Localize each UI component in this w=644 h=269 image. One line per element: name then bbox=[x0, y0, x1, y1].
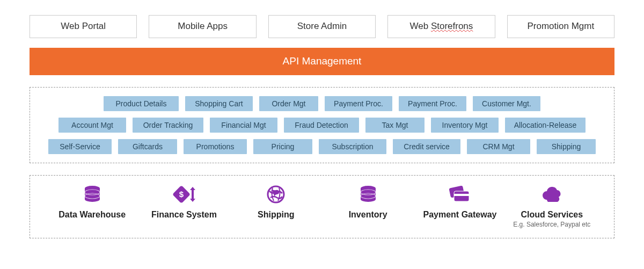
service-box: Giftcards bbox=[118, 139, 177, 154]
service-box: Payment Proc. bbox=[399, 96, 466, 111]
backend-title: Shipping bbox=[230, 210, 322, 220]
database-icon bbox=[46, 183, 138, 206]
channel-box: Mobile Apps bbox=[149, 15, 256, 38]
backend-title: Finance System bbox=[138, 210, 230, 220]
service-box: Customer Mgt. bbox=[473, 96, 540, 111]
channel-box: Store Admin bbox=[268, 15, 376, 38]
cloud-icon bbox=[506, 183, 598, 206]
service-box: Subscription bbox=[319, 139, 386, 154]
finance-icon bbox=[138, 183, 230, 206]
backend-title: Cloud Services bbox=[506, 210, 598, 220]
architecture-diagram: Web Portal Mobile Apps Store Admin Web S… bbox=[0, 0, 644, 249]
service-box: Shopping Cart bbox=[185, 96, 253, 111]
backend-title: Data Warehouse bbox=[46, 210, 138, 220]
service-box: Credit service bbox=[393, 139, 460, 154]
service-box: Account Mgt bbox=[58, 118, 126, 133]
misspelled-word: Storefrons bbox=[431, 21, 473, 31]
channel-box: Promotion Mgmt bbox=[507, 15, 614, 38]
backend-subtitle: E.g. Salesforce, Paypal etc bbox=[506, 221, 598, 228]
channel-label-prefix: Web bbox=[410, 21, 431, 31]
payment-icon bbox=[414, 183, 506, 206]
service-box: Pricing bbox=[253, 139, 312, 154]
service-box: Self-Service bbox=[48, 139, 112, 154]
channel-box: Web Portal bbox=[30, 15, 137, 38]
channel-box: Web Storefrons bbox=[387, 15, 495, 38]
microservices-container: Product DetailsShopping CartOrder MgtPay… bbox=[30, 87, 614, 163]
service-box: Product Details bbox=[104, 96, 179, 111]
backend-title: Inventory bbox=[322, 210, 414, 220]
backend-system: Cloud ServicesE.g. Salesforce, Paypal et… bbox=[506, 183, 598, 228]
backends-container: Data WarehouseFinance SystemShippingInve… bbox=[30, 175, 614, 238]
service-box: Fraud Detection bbox=[284, 118, 359, 133]
backend-system: Payment Gateway bbox=[414, 183, 506, 220]
service-box: CRM Mgt bbox=[467, 139, 530, 154]
channel-row: Web Portal Mobile Apps Store Admin Web S… bbox=[30, 15, 614, 38]
backend-system: Shipping bbox=[230, 183, 322, 220]
service-box: Shipping bbox=[537, 139, 596, 154]
service-row: Self-ServiceGiftcardsPromotionsPricingSu… bbox=[41, 139, 603, 154]
service-box: Tax Mgt bbox=[365, 118, 425, 133]
service-box: Allocation-Release bbox=[505, 118, 586, 133]
backend-system: Inventory bbox=[322, 183, 414, 220]
service-box: Inventory Mgt bbox=[431, 118, 499, 133]
service-box: Order Mgt bbox=[259, 96, 318, 111]
service-row: Product DetailsShopping CartOrder MgtPay… bbox=[41, 96, 603, 111]
backend-title: Payment Gateway bbox=[414, 210, 506, 220]
backend-system: Finance System bbox=[138, 183, 230, 220]
service-box: Order Tracking bbox=[133, 118, 203, 133]
backend-system: Data Warehouse bbox=[46, 183, 138, 220]
service-row: Account MgtOrder TrackingFinancial MgtFr… bbox=[41, 118, 603, 133]
service-box: Financial Mgt bbox=[210, 118, 277, 133]
database-icon bbox=[322, 183, 414, 206]
globe-icon bbox=[230, 183, 322, 206]
service-box: Promotions bbox=[184, 139, 247, 154]
api-management-bar: API Management bbox=[30, 48, 614, 75]
service-box: Payment Proc. bbox=[325, 96, 392, 111]
